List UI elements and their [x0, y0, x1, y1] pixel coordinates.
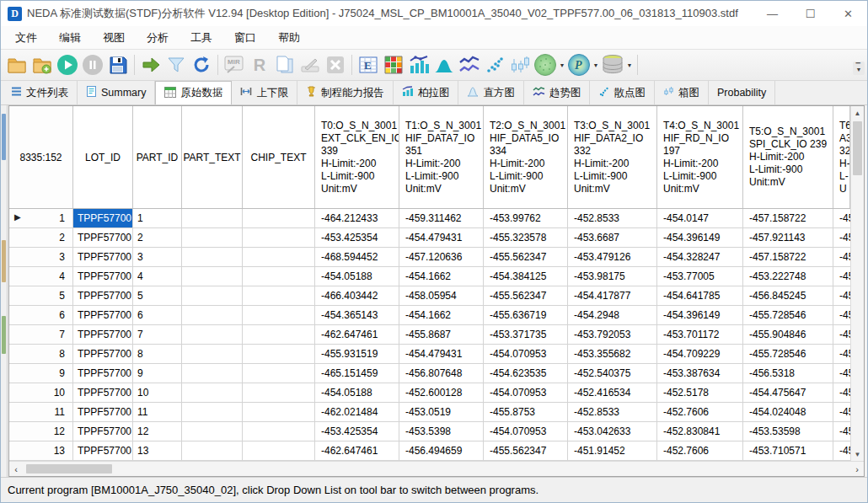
menu-tools[interactable]: 工具 — [179, 26, 223, 49]
test-value-cell-clipped[interactable]: -45 — [833, 345, 850, 364]
probability-dropdown-arrow[interactable]: ▼ — [592, 52, 600, 78]
chip-text-cell[interactable] — [243, 364, 315, 383]
part-text-cell[interactable] — [182, 286, 243, 306]
test-value-cell[interactable]: -453.425354 — [315, 228, 399, 248]
test-value-cell-clipped[interactable]: -45 — [833, 441, 850, 461]
test-value-cell[interactable]: -454.396149 — [657, 306, 743, 325]
test-value-cell[interactable]: -456.845245 — [743, 286, 833, 306]
column-header-part-id[interactable]: PART_ID — [133, 106, 182, 208]
chip-text-cell[interactable] — [243, 345, 315, 364]
excel-export-button[interactable]: E — [356, 52, 381, 78]
chip-text-cell[interactable] — [243, 286, 315, 306]
column-header-t4[interactable]: T4:O_S_N_3001 HIF_RD_N_IO 197 H-Limit:-2… — [657, 106, 743, 208]
docked-panel-edge[interactable] — [1, 105, 8, 477]
lot-id-cell[interactable]: TPPF57700 — [73, 228, 133, 248]
test-value-cell[interactable]: -455.728546 — [743, 345, 833, 364]
lot-id-cell[interactable]: TPPF57700 — [73, 267, 133, 286]
test-value-cell[interactable]: -453.792053 — [568, 325, 657, 345]
test-value-cell-clipped[interactable]: -45 — [833, 422, 850, 441]
lot-id-cell[interactable]: TPPF57700 — [73, 248, 133, 267]
chip-text-cell[interactable] — [243, 422, 315, 441]
menu-edit[interactable]: 编辑 — [48, 26, 92, 49]
test-value-cell[interactable]: -452.540375 — [568, 364, 657, 383]
test-value-cell[interactable]: -454.0147 — [657, 209, 743, 228]
add-folder-button[interactable] — [29, 52, 55, 78]
test-value-cell[interactable]: -457.120636 — [399, 248, 484, 267]
test-value-cell[interactable]: -455.562347 — [484, 441, 568, 461]
test-value-cell[interactable]: -453.371735 — [484, 325, 568, 345]
tab-boxplot[interactable]: 箱图 — [655, 81, 709, 104]
test-value-cell[interactable]: -455.8687 — [399, 325, 484, 345]
part-id-cell[interactable]: 4 — [133, 267, 182, 286]
scroll-down-arrow-icon[interactable]: ▼ — [851, 447, 864, 461]
test-value-cell[interactable]: -455.8753 — [484, 403, 568, 422]
test-value-cell[interactable]: -455.323578 — [484, 228, 568, 248]
part-id-cell[interactable]: 1 — [133, 209, 182, 228]
maximize-button[interactable]: ☐ — [791, 1, 829, 26]
lot-id-cell[interactable]: TPPF57700 — [73, 286, 133, 306]
chip-text-cell[interactable] — [243, 228, 315, 248]
column-header-t1[interactable]: T1:O_S_N_3001 HIF_DATA7_IO 351 H-Limit:-… — [399, 106, 484, 208]
column-header-t3[interactable]: T3:O_S_N_3001 HIF_DATA2_IO 332 H-Limit:-… — [568, 106, 657, 208]
tab-raw-data[interactable]: 原始数据 — [155, 81, 232, 104]
part-text-cell[interactable] — [182, 325, 243, 345]
part-text-cell[interactable] — [182, 422, 243, 441]
part-id-cell[interactable]: 2 — [133, 228, 182, 248]
row-header-cell[interactable]: 13 — [9, 441, 73, 461]
tab-summary[interactable]: Summary — [78, 81, 155, 104]
part-text-cell[interactable] — [182, 306, 243, 325]
minimize-button[interactable]: — — [753, 1, 791, 26]
test-value-cell[interactable]: -453.701172 — [657, 325, 743, 345]
test-value-cell[interactable]: -455.562347 — [484, 286, 568, 306]
close-button[interactable]: ✕ — [829, 1, 867, 26]
tab-probability[interactable]: Probability — [709, 81, 775, 104]
chip-text-cell[interactable] — [243, 267, 315, 286]
chip-text-cell[interactable] — [243, 248, 315, 267]
test-value-cell[interactable]: -455.931519 — [315, 345, 399, 364]
test-value-cell[interactable]: -453.0519 — [399, 403, 484, 422]
test-value-cell[interactable]: -453.425354 — [315, 422, 399, 441]
test-value-cell[interactable]: -453.042633 — [568, 422, 657, 441]
test-value-cell[interactable]: -465.151459 — [315, 364, 399, 383]
test-value-cell[interactable]: -452.7606 — [657, 403, 743, 422]
row-header-cell[interactable]: 4 — [9, 267, 73, 286]
chip-text-cell[interactable] — [243, 306, 315, 325]
lot-id-cell[interactable]: TPPF57700 — [73, 383, 133, 403]
menu-help[interactable]: 帮助 — [267, 26, 311, 49]
horizontal-scrollbar[interactable]: ‹ › — [9, 461, 864, 476]
test-value-cell[interactable]: -462.021484 — [315, 403, 399, 422]
test-value-cell[interactable]: -462.647461 — [315, 325, 399, 345]
database-dropdown-arrow[interactable]: ▼ — [625, 52, 634, 78]
lot-id-cell[interactable]: TPPF57700 — [73, 403, 133, 422]
lot-id-cell[interactable]: TPPF57700 — [73, 441, 133, 461]
part-text-cell[interactable] — [182, 267, 243, 286]
test-value-cell[interactable]: -454.05188 — [315, 383, 399, 403]
test-value-cell[interactable]: -454.024048 — [743, 403, 833, 422]
row-header-cell[interactable]: 7 — [9, 325, 73, 345]
copy-button[interactable] — [272, 52, 297, 78]
test-value-cell-clipped[interactable]: -45 — [833, 286, 850, 306]
test-value-cell[interactable]: -453.387634 — [657, 364, 743, 383]
test-value-cell[interactable]: -454.417877 — [568, 286, 657, 306]
test-value-cell[interactable]: -454.070953 — [484, 422, 568, 441]
toolbar-overflow-button[interactable]: ▔▼ — [853, 62, 865, 75]
test-value-cell[interactable]: -454.328247 — [657, 248, 743, 267]
chip-text-cell[interactable] — [243, 383, 315, 403]
test-value-cell[interactable]: -454.05188 — [315, 267, 399, 286]
test-value-cell-clipped[interactable]: -45 — [833, 325, 850, 345]
tab-pareto[interactable]: 柏拉图 — [394, 81, 459, 104]
part-text-cell[interactable] — [182, 403, 243, 422]
test-value-cell[interactable]: -454.1662 — [399, 267, 484, 286]
test-value-cell-clipped[interactable]: -45 — [833, 306, 850, 325]
column-header-part-text[interactable]: PART_TEXT — [182, 106, 243, 208]
part-id-cell[interactable]: 8 — [133, 345, 182, 364]
part-id-cell[interactable]: 5 — [133, 286, 182, 306]
part-id-cell[interactable]: 11 — [133, 403, 182, 422]
chip-text-cell[interactable] — [243, 403, 315, 422]
test-value-cell-clipped[interactable]: -45 — [833, 248, 850, 267]
test-value-cell[interactable]: -452.8533 — [568, 209, 657, 228]
test-value-cell-clipped[interactable]: -45 — [833, 403, 850, 422]
chip-text-cell[interactable] — [243, 209, 315, 228]
test-value-cell[interactable]: -454.479431 — [399, 345, 484, 364]
test-value-cell[interactable]: -454.1662 — [399, 306, 484, 325]
